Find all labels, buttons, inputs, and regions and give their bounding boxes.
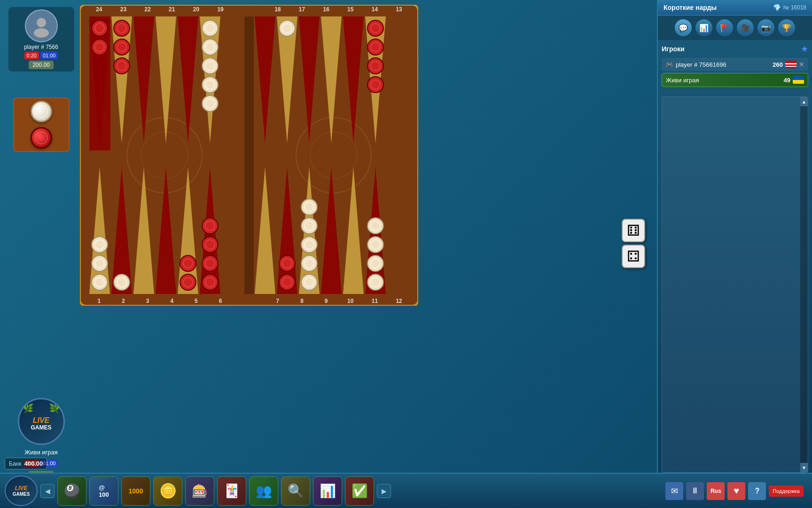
- taskbar-right: ✉ ⏸ Rus ♥ ? Поддержка: [657, 473, 812, 508]
- chat-icon[interactable]: 💬: [675, 19, 692, 36]
- svg-point-109: [180, 255, 196, 271]
- svg-point-105: [367, 218, 383, 234]
- svg-point-45: [114, 39, 130, 55]
- bot-num-11: 11: [369, 298, 381, 304]
- taskbar-checkmark[interactable]: ✅: [345, 476, 374, 506]
- taskbar-people[interactable]: 👥: [249, 476, 278, 506]
- svg-point-55: [202, 77, 218, 93]
- svg-point-79: [279, 255, 295, 271]
- top-num-16: 16: [320, 6, 332, 13]
- taskbar-chart[interactable]: 📊: [313, 476, 342, 506]
- svg-point-39: [92, 20, 108, 36]
- bot-num-5: 5: [190, 298, 202, 304]
- backgammon-svg[interactable]: [80, 5, 418, 306]
- svg-point-107: [180, 274, 196, 290]
- taskbar-coin[interactable]: 🪙: [153, 476, 182, 506]
- taskbar-cards[interactable]: 🃏: [217, 476, 246, 506]
- taskbar-coins2[interactable]: 🎰: [185, 476, 214, 506]
- flag-icon[interactable]: 🚩: [716, 19, 733, 36]
- top-num-13: 13: [393, 6, 405, 13]
- players-title: Игроки: [662, 45, 685, 53]
- panel-player1-score: 260: [773, 61, 783, 68]
- svg-point-93: [301, 237, 317, 253]
- svg-point-53: [202, 58, 218, 74]
- panel-player1-name: player # 75661696: [676, 61, 726, 68]
- player1-bet: 200.00: [29, 61, 54, 69]
- taskbar-100[interactable]: @100: [89, 476, 118, 506]
- chat-messages: ▲ ▼: [662, 96, 808, 473]
- bot-num-8: 8: [296, 298, 308, 304]
- camera-icon[interactable]: 📷: [757, 19, 774, 36]
- bot-num-7: 7: [272, 298, 283, 304]
- svg-point-63: [367, 39, 383, 55]
- svg-point-73: [202, 237, 218, 253]
- player1-info: player # 7566 0:20 01:00 200.00: [8, 7, 74, 71]
- die-1: ⚅: [622, 219, 645, 242]
- flag-ua: [793, 76, 804, 84]
- player1-timer-blue: 01:00: [40, 52, 58, 59]
- star-icon[interactable]: ★: [801, 44, 808, 54]
- top-num-22: 22: [142, 6, 154, 13]
- players-section: Игроки ★ 🎮 player # 75661696 260 ✕ Живи …: [658, 40, 812, 93]
- svg-point-61: [367, 20, 383, 36]
- taskbar-billiards[interactable]: 🎱: [57, 476, 86, 506]
- player-row-1: 🎮 player # 75661696 260 ✕: [662, 58, 808, 71]
- taskbar-search[interactable]: 🔍: [281, 476, 310, 506]
- bot-num-9: 9: [320, 298, 332, 304]
- trophy-icon[interactable]: 🏆: [778, 19, 795, 36]
- right-panel: Короткие нарды 💎 № 16018 💬 📊 🚩 🎥 📷 🏆 Игр…: [657, 0, 812, 508]
- video-icon[interactable]: 🎥: [737, 19, 754, 36]
- svg-point-69: [202, 274, 218, 290]
- svg-point-99: [367, 274, 383, 290]
- taskbar-language[interactable]: Rus: [707, 482, 725, 500]
- chat-scrollbar: ▲ ▼: [800, 97, 808, 472]
- scroll-up[interactable]: ▲: [800, 97, 808, 106]
- svg-point-49: [202, 20, 218, 36]
- taskbar-video-call[interactable]: ⏸: [686, 482, 704, 500]
- svg-point-95: [301, 218, 317, 234]
- left-info-panel: player # 7566 0:20 01:00 200.00: [5, 5, 78, 482]
- right-nav-icons: 💬 📊 🚩 🎥 📷 🏆: [658, 16, 812, 40]
- bot-num-6: 6: [215, 298, 226, 304]
- board-container: 24 23 22 21 20 19 18 17 16 15: [80, 5, 612, 482]
- right-header: Короткие нарды 💎 № 16018: [658, 0, 812, 16]
- checker-reserve: [13, 97, 70, 152]
- stats-icon[interactable]: 📊: [695, 19, 712, 36]
- top-num-18: 18: [272, 6, 283, 13]
- taskbar-right-arrow[interactable]: ▶: [377, 484, 391, 498]
- taskbar-mail[interactable]: ✉: [665, 482, 683, 500]
- flag-us: [785, 61, 796, 68]
- taskbar-support[interactable]: Поддержка: [769, 485, 803, 497]
- taskbar-left-arrow[interactable]: ◀: [40, 484, 55, 498]
- bot-num-4: 4: [166, 298, 178, 304]
- game-id: 💎 № 16018: [773, 4, 806, 11]
- svg-point-75: [202, 218, 218, 234]
- livegames-logo: 🌿 🌿 LIVE GAMES: [18, 398, 65, 445]
- top-num-15: 15: [344, 6, 356, 13]
- taskbar-1000[interactable]: 1000: [121, 476, 150, 506]
- taskbar: LIVE GAMES ◀ 🎱 @100 1000 🪙 🎰 🃏 👥 🔍 📊 ✅ ▶: [0, 473, 657, 508]
- bot-num-3: 3: [142, 298, 154, 304]
- taskbar-help[interactable]: ?: [748, 482, 766, 500]
- svg-point-41: [92, 39, 108, 55]
- svg-rect-6: [244, 16, 254, 294]
- player-row-2: Живи играя 49: [662, 73, 808, 87]
- bot-num-2: 2: [117, 298, 129, 304]
- top-num-20: 20: [190, 6, 202, 13]
- taskbar-heart[interactable]: ♥: [727, 482, 745, 500]
- bot-num-1: 1: [93, 298, 105, 304]
- top-num-17: 17: [296, 6, 308, 13]
- svg-point-87: [114, 274, 130, 290]
- player1-timer-red: 0:20: [24, 52, 39, 59]
- scroll-down[interactable]: ▼: [800, 463, 808, 472]
- close-player1[interactable]: ✕: [799, 61, 804, 68]
- top-num-19: 19: [215, 6, 226, 13]
- top-num-21: 21: [166, 6, 178, 13]
- svg-point-89: [301, 274, 317, 290]
- player1-avatar: [25, 9, 58, 42]
- svg-point-103: [367, 237, 383, 253]
- bank-amount: 400.00: [24, 460, 43, 467]
- die-2: ⚃: [622, 245, 645, 268]
- bank-label: Банк: [9, 460, 21, 467]
- top-num-14: 14: [369, 6, 381, 13]
